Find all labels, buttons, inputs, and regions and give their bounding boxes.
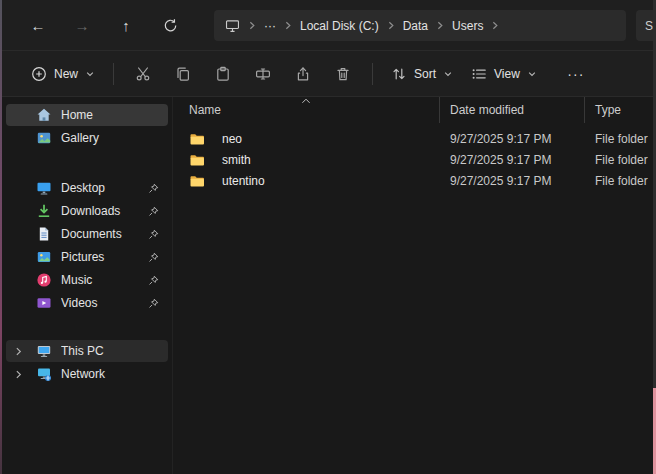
- new-button-label: New: [54, 67, 78, 81]
- sidebar-item-label: Pictures: [61, 250, 148, 264]
- cut-button[interactable]: [123, 58, 163, 90]
- back-button[interactable]: ←: [20, 9, 56, 41]
- file-name: utentino: [222, 174, 265, 188]
- delete-button[interactable]: [323, 58, 363, 90]
- sidebar-item-label: Videos: [61, 296, 148, 310]
- file-explorer-window: ← → ↑ ···: [0, 0, 656, 474]
- column-header-date-modified[interactable]: Date modified: [440, 97, 585, 123]
- copy-button[interactable]: [163, 58, 203, 90]
- share-button[interactable]: [283, 58, 323, 90]
- sidebar-item-videos[interactable]: Videos: [6, 292, 168, 314]
- chevron-down-icon: [527, 69, 537, 79]
- sidebar-item-label: Gallery: [61, 131, 168, 145]
- sidebar-item-label: Desktop: [61, 181, 148, 195]
- paste-icon: [215, 66, 231, 82]
- up-button[interactable]: ↑: [108, 9, 144, 41]
- pin-icon: [148, 183, 159, 194]
- file-date-modified: 9/27/2025 9:17 PM: [440, 170, 585, 191]
- sort-icon: [391, 66, 407, 82]
- sort-button[interactable]: Sort: [382, 58, 462, 90]
- file-date-modified: 9/27/2025 9:17 PM: [440, 128, 585, 149]
- refresh-button[interactable]: [152, 9, 188, 41]
- toolbar-separator: [113, 63, 114, 85]
- rename-icon: [255, 66, 271, 82]
- view-button-label: View: [494, 67, 520, 81]
- pictures-icon: [36, 249, 52, 265]
- file-list-panel: Name Date modified Type neo: [172, 97, 653, 474]
- file-row-smith[interactable]: smith 9/27/2025 9:17 PM File folder: [173, 149, 653, 170]
- sidebar-item-label: This PC: [61, 344, 168, 358]
- file-name: smith: [222, 153, 251, 167]
- expand-chevron-icon[interactable]: [14, 369, 36, 380]
- monitor-icon: [225, 19, 240, 33]
- cut-icon: [135, 66, 151, 82]
- breadcrumb-chevron-icon[interactable]: [490, 20, 500, 31]
- forward-button[interactable]: →: [64, 9, 100, 41]
- folder-icon: [189, 131, 205, 147]
- breadcrumb-chevron-icon[interactable]: [283, 20, 293, 31]
- column-header-name[interactable]: Name: [173, 97, 440, 123]
- file-row-neo[interactable]: neo 9/27/2025 9:17 PM File folder: [173, 128, 653, 149]
- folder-icon: [189, 173, 205, 189]
- breadcrumb-chevron-icon[interactable]: [386, 20, 396, 31]
- rename-button[interactable]: [243, 58, 283, 90]
- copy-icon: [175, 66, 191, 82]
- sidebar-item-label: Music: [61, 273, 148, 287]
- file-type: File folder: [585, 149, 653, 170]
- home-icon: [36, 107, 52, 123]
- sidebar-item-documents[interactable]: Documents: [6, 223, 168, 245]
- sidebar-item-music[interactable]: Music: [6, 269, 168, 291]
- command-toolbar: New: [2, 50, 653, 97]
- paste-button[interactable]: [203, 58, 243, 90]
- sidebar-item-label: Home: [61, 108, 168, 122]
- list-header: Name Date modified Type: [173, 97, 653, 123]
- share-icon: [295, 66, 311, 82]
- downloads-icon: [36, 203, 52, 219]
- sidebar-item-network[interactable]: Network: [6, 363, 168, 385]
- breadcrumb-chevron-icon[interactable]: [247, 20, 257, 31]
- up-arrow-icon: ↑: [122, 17, 130, 34]
- view-icon: [471, 66, 487, 82]
- documents-icon: [36, 226, 52, 242]
- sidebar-item-label: Documents: [61, 227, 148, 241]
- pin-icon: [148, 298, 159, 309]
- column-header-type[interactable]: Type: [585, 97, 653, 123]
- view-button[interactable]: View: [462, 58, 546, 90]
- sort-ascending-icon: [302, 98, 311, 104]
- file-rows: neo 9/27/2025 9:17 PM File folder smith …: [173, 123, 653, 191]
- file-type: File folder: [585, 128, 653, 149]
- breadcrumb-overflow[interactable]: ···: [257, 10, 283, 41]
- breadcrumb-local-disk-c[interactable]: Local Disk (C:): [293, 10, 386, 41]
- refresh-icon: [163, 18, 178, 33]
- sidebar-item-home[interactable]: Home: [6, 104, 168, 126]
- file-row-utentino[interactable]: utentino 9/27/2025 9:17 PM File folder: [173, 170, 653, 191]
- sidebar-item-downloads[interactable]: Downloads: [6, 200, 168, 222]
- sidebar-item-this-pc[interactable]: This PC: [6, 340, 168, 362]
- breadcrumb-this-pc[interactable]: [218, 10, 247, 41]
- file-type: File folder: [585, 170, 653, 191]
- file-name: neo: [222, 132, 242, 146]
- chevron-down-icon: [443, 69, 453, 79]
- sort-button-label: Sort: [414, 67, 436, 81]
- pin-icon: [148, 275, 159, 286]
- sidebar-item-pictures[interactable]: Pictures: [6, 246, 168, 268]
- network-icon: [36, 366, 52, 382]
- breadcrumb-users[interactable]: Users: [445, 10, 490, 41]
- expand-chevron-icon[interactable]: [14, 346, 36, 357]
- videos-icon: [36, 295, 52, 311]
- this-pc-icon: [36, 343, 52, 359]
- chevron-down-icon: [85, 69, 95, 79]
- breadcrumb-data[interactable]: Data: [396, 10, 435, 41]
- breadcrumb-chevron-icon[interactable]: [435, 20, 445, 31]
- pin-icon: [148, 229, 159, 240]
- folder-icon: [189, 152, 205, 168]
- address-bar[interactable]: ··· Local Disk (C:) Data Users: [214, 10, 626, 41]
- sidebar-item-desktop[interactable]: Desktop: [6, 177, 168, 199]
- toolbar-separator: [372, 63, 373, 85]
- sidebar-item-gallery[interactable]: Gallery: [6, 127, 168, 149]
- music-icon: [36, 272, 52, 288]
- new-button[interactable]: New: [22, 58, 104, 90]
- trash-icon: [335, 66, 351, 82]
- pin-icon: [148, 206, 159, 217]
- more-options-button[interactable]: ···: [558, 58, 594, 90]
